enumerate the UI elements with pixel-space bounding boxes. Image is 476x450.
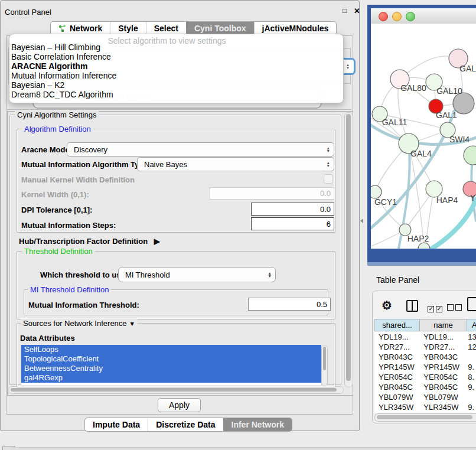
algorithm-list-item[interactable]: ARACNE Algorithm	[11, 61, 87, 71]
select-all-checkboxes-icon[interactable]: ✓✓	[428, 302, 444, 313]
table-cell-name: YBL079W	[420, 393, 467, 402]
settings-vertical-scrollbar-thumb[interactable]	[346, 114, 351, 381]
table-cell-name: YDR27...	[420, 343, 467, 351]
table-row[interactable]: YBR045CYBR045C9.	[374, 382, 476, 392]
which-threshold-label: Which threshold to use:	[40, 270, 128, 279]
network-node-label: SWI4	[449, 135, 470, 144]
table-cell-name: YDL19...	[420, 332, 467, 341]
node-table[interactable]: YDL19...YDL19...13YDR27...YDR27...12YBR0…	[374, 332, 476, 413]
algorithm-list-item[interactable]: Bayesian – Hill Climbing	[11, 43, 100, 52]
table-row[interactable]: YDL19...YDL19...13	[374, 332, 476, 342]
kernel-width-field[interactable]	[210, 187, 334, 200]
aracne-mode-combo[interactable]: Discovery ▲▼	[67, 142, 334, 156]
network-node-gcy1[interactable]	[371, 185, 382, 198]
tab-cyni-toolbox-label: Cyni Toolbox	[194, 24, 246, 33]
tab-infer-network[interactable]: Infer Network	[223, 418, 292, 431]
table-row[interactable]: YER054CYER054C8.	[374, 372, 476, 382]
network-node-label: GAL11	[382, 118, 407, 127]
data-attribute-item[interactable]: gal4RGexp	[21, 373, 321, 383]
tab-network[interactable]: Network	[51, 22, 110, 35]
network-window-titlebar[interactable]	[371, 8, 476, 24]
screen: Control Panel □ ✕ Network Style Select C…	[0, 0, 476, 450]
network-node[interactable]	[418, 243, 430, 249]
table-settings-gear-icon[interactable]: ⚙	[382, 298, 392, 312]
table-row[interactable]: YIL052CYIL052C0.	[374, 412, 476, 413]
data-attribute-item[interactable]: BetweennessCentrality	[21, 364, 321, 373]
network-node-hap4[interactable]	[426, 181, 442, 197]
network-canvas[interactable]: GALGAL80GAL10GAL1GAL11SWI4GAL4GCY1HAP4YH…	[371, 24, 476, 249]
algorithm-list-item[interactable]: Mutual Information Inference	[11, 71, 116, 80]
which-threshold-combo[interactable]: MI Threshold ▲▼	[118, 267, 276, 282]
attributes-scrollbar-thumb[interactable]	[323, 347, 326, 370]
splitpane-collapse-arrow[interactable]	[360, 219, 363, 223]
table-cell-value: 13	[467, 332, 476, 341]
network-icon	[58, 25, 67, 32]
hub-definition-expander[interactable]: Hub/Transcription Factor Definition ▶	[19, 237, 160, 246]
tab-jactivemnodules[interactable]: jActiveMNodules	[254, 22, 337, 35]
table-cell-shared: YBL079W	[374, 393, 420, 402]
tab-cyni-toolbox[interactable]: Cyni Toolbox	[186, 22, 254, 35]
algorithm-list-item[interactable]: Bayesian – K2	[11, 80, 64, 90]
table-row[interactable]: YPR145WYPR145W9.	[374, 362, 476, 372]
network-node-label: GAL10	[436, 86, 462, 96]
settings-vertical-scrollbar[interactable]	[344, 112, 353, 387]
table-cell-value: 9.	[467, 383, 476, 392]
kernel-width-label: Kernel Width (0,1):	[21, 190, 89, 199]
mi-threshold-definition-title: MI Threshold Definition	[28, 285, 111, 294]
table-cell-value: 9.	[467, 403, 476, 412]
mi-threshold-label: Mutual Information Threshold:	[28, 301, 139, 309]
close-traffic-light-icon[interactable]	[379, 12, 388, 21]
tab-impute-data[interactable]: Impute Data	[85, 418, 148, 431]
network-node[interactable]	[464, 146, 476, 165]
aracne-mode-value: Discovery	[74, 145, 107, 154]
data-attributes-list[interactable]: SelfLoopsTopologicalCoefficientBetweenne…	[21, 345, 321, 385]
settings-horizontal-scrollbar-thumb[interactable]	[11, 388, 337, 392]
tab-infer-network-label: Infer Network	[232, 420, 284, 429]
table-horizontal-scrollbar[interactable]	[374, 413, 476, 422]
deselect-checkboxes-icon[interactable]	[447, 302, 464, 313]
data-attribute-item[interactable]: SelfLoops	[21, 345, 321, 354]
column-header-partial[interactable]: A	[467, 319, 476, 331]
document-icon[interactable]	[467, 297, 476, 311]
tab-network-label: Network	[70, 24, 102, 33]
table-cell-value: 8.	[467, 373, 476, 381]
combo-arrows-icon: ▲▼	[327, 146, 330, 152]
algorithm-list-item[interactable]: Basic Correlation Inference	[11, 52, 111, 61]
combo-arrows-icon: ▲▼	[268, 272, 272, 278]
apply-button[interactable]: Apply	[158, 398, 201, 412]
mi-algorithm-type-value: Naive Bayes	[144, 160, 187, 169]
mi-threshold-field[interactable]	[248, 298, 331, 311]
table-row[interactable]: YBR043CYBR043C	[374, 352, 476, 362]
table-cell-shared: YPR145W	[374, 363, 420, 371]
table-cell-name: YBR043C	[420, 353, 467, 361]
split-column-icon[interactable]	[406, 300, 418, 312]
float-window-icon[interactable]: □	[343, 6, 347, 15]
tab-discretize-data[interactable]: Discretize Data	[148, 418, 223, 431]
column-header-name[interactable]: name	[419, 319, 467, 331]
table-row[interactable]: YBL079WYBL079W	[374, 392, 476, 402]
table-row[interactable]: YLR345WYLR345W9.	[374, 402, 476, 412]
dpi-tolerance-label: DPI Tolerance [0,1]:	[21, 206, 92, 214]
table-cell-shared: YBR045C	[374, 383, 420, 392]
aracne-mode-label: Aracne Mode:	[21, 145, 72, 154]
minimize-traffic-light-icon[interactable]	[392, 12, 402, 21]
section-separator	[7, 109, 351, 110]
table-horizontal-scrollbar-thumb[interactable]	[377, 415, 472, 419]
table-row[interactable]: YDR27...YDR27...12	[374, 342, 476, 352]
zoom-traffic-light-icon[interactable]	[406, 12, 415, 21]
manual-kernel-width-checkbox[interactable]	[324, 174, 333, 184]
table-cell-value: 12	[467, 343, 476, 351]
sources-title-wrap[interactable]: Sources for Network Inference ▼	[21, 319, 138, 328]
data-attribute-item[interactable]: TopologicalCoefficient	[21, 354, 321, 364]
mi-algorithm-type-combo[interactable]: Naive Bayes ▲▼	[137, 157, 334, 171]
tab-select[interactable]: Select	[146, 22, 186, 35]
table-panel-title: Table Panel	[376, 275, 419, 285]
tab-style[interactable]: Style	[110, 22, 145, 35]
mi-steps-field[interactable]	[251, 217, 334, 230]
dpi-tolerance-field[interactable]	[251, 203, 334, 216]
algorithm-list-item[interactable]: Dream8 DC_TDC Algorithm	[11, 90, 113, 99]
close-window-icon[interactable]: ✕	[354, 6, 360, 15]
network-node-label: Y	[470, 193, 476, 203]
column-header-shared-name[interactable]: shared...	[374, 319, 420, 331]
attributes-scrollbar[interactable]	[321, 345, 328, 386]
